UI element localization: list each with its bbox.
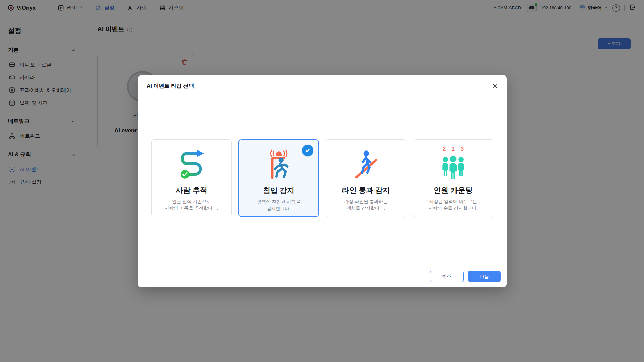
type-card-desc: 가상 라인을 통과하는 객체를 감지합니다. [344, 198, 387, 212]
type-card-title: 침입 감지 [263, 186, 294, 196]
ai-event-type-modal: AI 이벤트 타입 선택 사람 추적 [138, 75, 507, 287]
people-counting-icon: 2 1 3 [436, 147, 471, 182]
next-button[interactable]: 다음 [468, 271, 501, 282]
type-card-title: 사람 추적 [176, 185, 207, 195]
cancel-button[interactable]: 취소 [430, 271, 464, 282]
type-card-desc: 얼굴 인식 기반으로 사람의 이동을 추적합니다. [165, 198, 218, 212]
type-card-desc: 영역에 진입한 사람을 감지합니다. [257, 199, 300, 212]
type-card-title: 인원 카운팅 [434, 185, 473, 195]
type-card-person-tracking[interactable]: 사람 추적 얼굴 인식 기반으로 사람의 이동을 추적합니다. [151, 139, 232, 217]
count-number: 3 [461, 146, 464, 153]
type-card-title: 라인 통과 감지 [342, 185, 390, 195]
tracking-path-icon [174, 147, 209, 182]
modal-footer: 취소 다음 [430, 271, 501, 282]
close-icon[interactable] [491, 82, 499, 90]
count-number: 1 [451, 146, 454, 153]
type-card-intrusion[interactable]: 침입 감지 영역에 진입한 사람을 감지합니다. [238, 139, 319, 217]
event-type-cards: 사람 추적 얼굴 인식 기반으로 사람의 이동을 추적합니다. [151, 139, 493, 217]
app-root: ViOnyx 라이브 설정 사람 [0, 0, 644, 362]
line-crossing-icon [348, 147, 383, 182]
intrusion-icon [261, 147, 296, 182]
modal-title: AI 이벤트 타입 선택 [147, 83, 194, 90]
type-card-people-counting[interactable]: 2 1 3 [413, 139, 493, 217]
type-card-desc: 지정된 영역에 머무르는 사람의 수를 감지합니다. [429, 198, 478, 212]
type-card-line-crossing[interactable]: 라인 통과 감지 가상 라인을 통과하는 객체를 감지합니다. [326, 139, 406, 217]
selected-check-icon [302, 145, 313, 156]
people-count-numbers: 2 1 3 [436, 146, 471, 153]
count-number: 2 [443, 146, 446, 153]
